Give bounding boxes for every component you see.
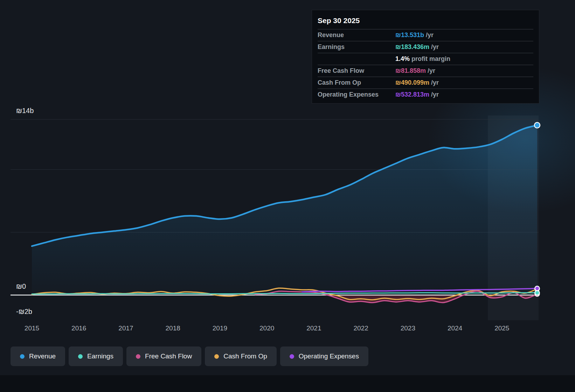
legend-label: Revenue [29, 352, 56, 360]
legend-label: Earnings [87, 352, 113, 360]
tooltip-row-label: Cash From Op [318, 79, 395, 86]
tooltip-row-value: ₪13.531b [395, 31, 424, 39]
legend-label: Cash From Op [223, 352, 267, 360]
x-axis-label-2025: 2025 [494, 324, 509, 332]
x-axis-label-2016: 2016 [71, 324, 86, 332]
x-axis-label-2024: 2024 [448, 324, 463, 332]
x-axis-label-2021: 2021 [306, 324, 321, 332]
y-axis-label: ₪14b [16, 107, 34, 114]
revenue-end-marker [534, 122, 540, 128]
tooltip-row: Revenue₪13.531b /yr [318, 29, 533, 41]
legend-item-earnings[interactable]: Earnings [69, 346, 123, 366]
legend-item-free-cash-flow[interactable]: Free Cash Flow [126, 346, 201, 366]
tooltip-row-value: 1.4% [395, 55, 410, 63]
legend-dot-icon [136, 354, 140, 359]
tooltip-row: Operating Expenses₪532.813m /yr [318, 89, 533, 100]
tooltip-row-suffix: /yr [429, 91, 439, 98]
legend-item-cash-from-op[interactable]: Cash From Op [205, 346, 277, 366]
operating-expenses-end-marker [535, 286, 539, 290]
tooltip-row-suffix: /yr [426, 67, 435, 75]
tooltip-date: Sep 30 2025 [318, 14, 533, 29]
y-axis-label: ₪0 [16, 282, 26, 290]
tooltip-row: 1.4% profit margin [318, 53, 533, 65]
tooltip-rows: Revenue₪13.531b /yrEarnings₪183.436m /yr… [318, 29, 533, 100]
legend-item-revenue[interactable]: Revenue [11, 346, 65, 366]
tooltip-row: Free Cash Flow₪81.858m /yr [318, 65, 533, 77]
tooltip-row-value: ₪183.436m [395, 43, 429, 51]
legend-dot-icon [20, 354, 25, 359]
tooltip-row-suffix: profit margin [410, 55, 450, 63]
x-axis-label-2015: 2015 [25, 324, 39, 332]
y-axis-label: -₪2b [16, 308, 32, 315]
x-axis-label-2019: 2019 [213, 324, 227, 332]
tooltip-card: Sep 30 2025 Revenue₪13.531b /yrEarnings₪… [312, 10, 539, 104]
x-axis-label-2017: 2017 [118, 324, 133, 332]
tooltip-row-label: Earnings [318, 43, 395, 51]
tooltip-row-label: Operating Expenses [318, 91, 395, 98]
x-axis-label-2018: 2018 [166, 324, 180, 332]
legend-dot-icon [78, 354, 83, 359]
tooltip-row-value: ₪490.099m [395, 79, 429, 86]
legend-dot-icon [290, 354, 294, 359]
earnings-end-marker [535, 290, 539, 295]
footer-strip [0, 375, 575, 392]
tooltip-row-value: ₪532.813m [395, 91, 429, 98]
chart-page: ₪14b₪0-₪2b201520162017201820192020202120… [0, 0, 575, 392]
legend-dot-icon [214, 354, 219, 359]
x-axis-label-2020: 2020 [259, 324, 274, 332]
tooltip-row-suffix: /yr [429, 43, 439, 51]
legend-label: Operating Expenses [299, 352, 359, 360]
legend: RevenueEarningsFree Cash FlowCash From O… [11, 346, 368, 366]
x-axis-label-2022: 2022 [353, 324, 368, 332]
tooltip-row-suffix: /yr [424, 31, 434, 39]
legend-item-operating-expenses[interactable]: Operating Expenses [280, 346, 368, 366]
revenue-area-fill [32, 125, 537, 295]
tooltip-row-label: Free Cash Flow [318, 67, 395, 75]
tooltip-row-suffix: /yr [429, 79, 439, 86]
tooltip-row-value: ₪81.858m [395, 67, 426, 75]
tooltip-row-label: Revenue [318, 31, 395, 39]
legend-label: Free Cash Flow [145, 352, 192, 360]
tooltip-row: Earnings₪183.436m /yr [318, 41, 533, 53]
x-axis-label-2023: 2023 [401, 324, 415, 332]
tooltip-row: Cash From Op₪490.099m /yr [318, 77, 533, 89]
